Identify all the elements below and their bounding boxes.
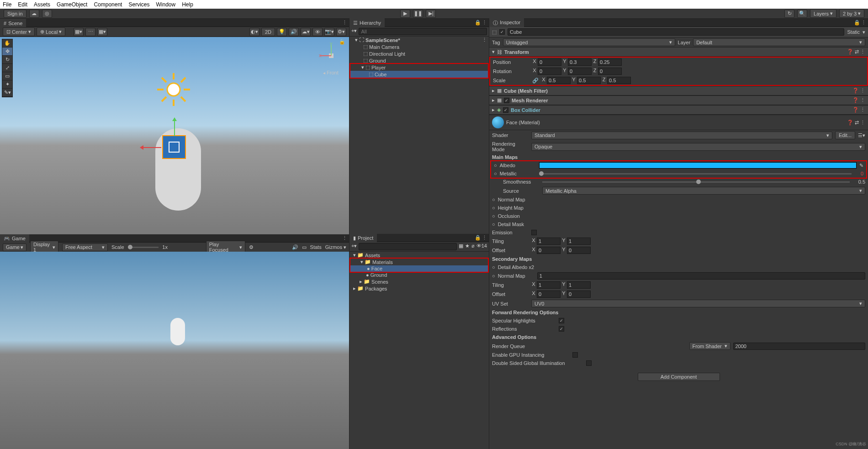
draw-mode-icon[interactable]: ◐▾: [249, 28, 259, 36]
tex-slot-icon[interactable]: ○: [494, 171, 497, 176]
hierarchy-item-ground[interactable]: ⬚ Ground: [349, 57, 489, 64]
metallic-slider[interactable]: [539, 173, 852, 174]
tex-slot-icon[interactable]: ○: [492, 264, 495, 270]
picker-icon[interactable]: ✎: [859, 163, 863, 169]
hidden-icon[interactable]: 👁: [312, 28, 323, 36]
active-checkbox[interactable]: ✓: [499, 29, 505, 35]
static-dropdown[interactable]: ▾: [863, 29, 865, 35]
scale-slider[interactable]: [128, 247, 159, 248]
panel-menu-icon[interactable]: ⋮: [342, 235, 347, 241]
signin-button[interactable]: Sign in: [4, 10, 26, 18]
gizmo-display-icon[interactable]: ⚙: [249, 244, 254, 250]
rot-x[interactable]: [538, 68, 561, 75]
panel-menu-icon[interactable]: ⋮: [342, 20, 347, 26]
scene-root[interactable]: ▾ ⛶ SampleScene*⋮: [349, 37, 489, 43]
source-dropdown[interactable]: Metallic Alpha▾: [542, 187, 865, 195]
scenes-folder[interactable]: ▸ 📁 Scenes: [349, 278, 489, 285]
pos-z[interactable]: [598, 58, 622, 66]
mode-2d[interactable]: 2D: [261, 28, 275, 36]
local-dropdown[interactable]: ⊕Local▾: [37, 27, 65, 36]
scene-viewport[interactable]: ✋ ✥ ↻ ⤢ ▭ ✦ ✎▾ xy ◂ Front 🔓: [0, 37, 349, 234]
tex-slot-icon[interactable]: ○: [492, 273, 495, 279]
hierarchy-tab[interactable]: ☰Hierarchy: [349, 18, 385, 27]
name-field[interactable]: [508, 28, 844, 36]
uvset-dropdown[interactable]: UV0▾: [531, 300, 865, 307]
offset-x[interactable]: [537, 247, 561, 254]
rot-y[interactable]: [568, 68, 592, 75]
gpu-instancing-checkbox[interactable]: [572, 352, 578, 358]
scene-tab[interactable]: #Scene: [0, 19, 26, 27]
menu-help[interactable]: Help: [182, 1, 193, 8]
play-button[interactable]: ▶: [400, 10, 410, 18]
hierarchy-item-light[interactable]: ⬚ Directional Light: [349, 50, 489, 57]
tex-slot-icon[interactable]: ○: [492, 205, 495, 211]
search-icon[interactable]: 🔍: [797, 10, 807, 18]
normalmap2-value[interactable]: [537, 272, 865, 280]
panel-menu-icon[interactable]: ⋮: [482, 20, 487, 26]
settings-icon[interactable]: ◎: [42, 10, 52, 18]
tex-slot-icon[interactable]: ○: [492, 222, 495, 227]
create-dropdown[interactable]: +▾: [351, 28, 357, 35]
menu-assets[interactable]: Assets: [34, 1, 50, 8]
tiling2-x[interactable]: [537, 281, 561, 289]
gizmos-icon[interactable]: ⚙▾: [336, 28, 346, 36]
scl-y[interactable]: [577, 77, 601, 84]
tag-dropdown[interactable]: Untagged▾: [503, 38, 675, 46]
scl-z[interactable]: [607, 77, 631, 84]
hidden-icon[interactable]: ø: [471, 243, 475, 250]
menu-component[interactable]: Component: [94, 1, 122, 8]
menu-window[interactable]: Window: [156, 1, 175, 8]
boxcollider-header[interactable]: ▸ ◈ ✓ Box Collider❓ ⋮: [489, 105, 868, 115]
hand-tool[interactable]: ✋: [2, 39, 12, 48]
fx-icon[interactable]: ☁▾: [301, 28, 311, 36]
pos-y[interactable]: [568, 58, 592, 66]
menu-file[interactable]: File: [3, 1, 11, 8]
lock-icon[interactable]: 🔒: [475, 20, 481, 26]
tiling-y[interactable]: [567, 238, 591, 245]
lighting-icon[interactable]: 💡: [277, 28, 287, 36]
create-dropdown[interactable]: +▾: [351, 243, 357, 250]
menu-gameobject[interactable]: GameObject: [57, 1, 87, 8]
transform-tool[interactable]: ✦: [2, 80, 12, 89]
layer-dropdown[interactable]: Default▾: [693, 38, 865, 46]
hierarchy-search[interactable]: [359, 28, 487, 35]
pos-x[interactable]: [538, 58, 561, 66]
grid-snap-icon[interactable]: ▦▾: [74, 28, 84, 36]
assets-folder[interactable]: ▾ 📁 Assets: [349, 252, 489, 259]
gizmos-toggle[interactable]: Gizmos ▾: [325, 244, 346, 250]
undo-history-icon[interactable]: ↻: [784, 10, 794, 18]
cloud-icon[interactable]: ☁: [29, 10, 39, 18]
double-sided-checkbox[interactable]: [586, 360, 592, 366]
shader-menu-icon[interactable]: ☰▾: [858, 132, 865, 138]
layout-dropdown[interactable]: 2 by 3 ▾: [839, 9, 864, 18]
scl-x[interactable]: [547, 77, 571, 84]
smoothness-slider[interactable]: [542, 181, 850, 183]
game-dropdown[interactable]: Game▾: [3, 243, 26, 251]
pause-button[interactable]: ❚❚: [413, 10, 423, 18]
rot-z[interactable]: [598, 68, 622, 75]
aspect-dropdown[interactable]: Free Aspect▾: [62, 243, 108, 251]
step-button[interactable]: ▶|: [426, 10, 436, 18]
project-search[interactable]: [359, 243, 457, 250]
albedo-color[interactable]: [539, 162, 857, 169]
rotate-tool[interactable]: ↻: [2, 56, 12, 64]
tex-slot-icon[interactable]: ○: [492, 213, 495, 219]
queue-dropdown[interactable]: From Shader▾: [689, 342, 730, 350]
vsync-icon[interactable]: ▭: [302, 244, 307, 250]
panel-menu-icon[interactable]: ⋮: [482, 235, 487, 241]
hierarchy-item-cube[interactable]: ⬚ Cube: [350, 71, 488, 78]
cube-selected[interactable]: [162, 135, 186, 159]
emission-checkbox[interactable]: [531, 230, 537, 235]
scale-tool[interactable]: ⤢: [2, 64, 12, 72]
offset2-y[interactable]: [567, 291, 591, 298]
offset2-x[interactable]: [537, 291, 561, 298]
pivot-dropdown[interactable]: ⊡Center▾: [3, 27, 35, 36]
tiling2-y[interactable]: [567, 281, 591, 289]
add-component-button[interactable]: Add Component: [638, 373, 720, 381]
edit-button[interactable]: Edit...: [835, 131, 855, 139]
lock-icon[interactable]: 🔒: [475, 235, 481, 241]
link-icon[interactable]: 🔗: [532, 78, 539, 84]
meshrenderer-header[interactable]: ▸ ▦ ✓ Mesh Renderer❓ ⋮: [489, 95, 868, 105]
packages-folder[interactable]: ▸ 📁 Packages: [349, 285, 489, 292]
tiling-x[interactable]: [537, 238, 561, 245]
